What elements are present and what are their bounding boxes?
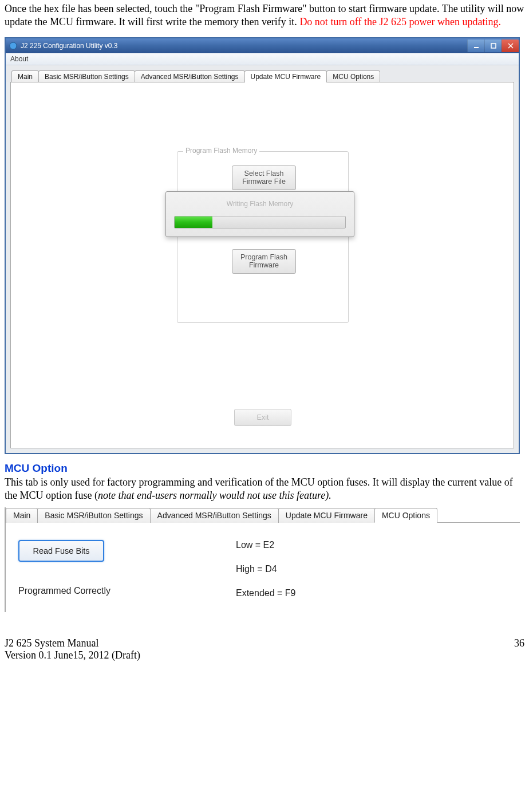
- intro-warning: Do not turn off the J2 625 power when up…: [299, 16, 501, 27]
- fuse-high: High = D4: [236, 564, 507, 574]
- footer-version: Version 0.1 June15, 2012 (Draft): [5, 649, 140, 661]
- tab-main[interactable]: Main: [11, 70, 39, 82]
- tabs-row: Main Basic MSR/iButton Settings Advanced…: [6, 65, 519, 82]
- maximize-button[interactable]: [484, 40, 502, 52]
- mcu-option-heading: MCU Option: [5, 462, 524, 475]
- intro-paragraph: Once the hex file has been selected, tou…: [5, 2, 524, 29]
- fuse-extended: Extended = F9: [236, 588, 507, 598]
- left-col: Read Fuse Bits Programmed Correctly: [18, 540, 236, 598]
- screenshot-window: J2 225 Configuration Utility v0.3 About …: [5, 37, 520, 454]
- screenshot-mcu-options: Main Basic MSR/iButton Settings Advanced…: [5, 507, 520, 612]
- footer-page-number: 36: [514, 637, 524, 661]
- menubar: About: [6, 53, 519, 65]
- tab2-main[interactable]: Main: [6, 508, 38, 523]
- maximize-icon: [491, 43, 496, 49]
- tab2-basic-msr[interactable]: Basic MSR/iButton Settings: [37, 508, 150, 523]
- svg-rect-2: [491, 44, 496, 48]
- tab2-mcu-options[interactable]: MCU Options: [374, 508, 437, 523]
- app-icon: [9, 42, 17, 50]
- exit-button[interactable]: Exit: [234, 409, 291, 426]
- mcu-option-paragraph: This tab is only used for factory progra…: [5, 476, 524, 503]
- tab-advanced-msr[interactable]: Advanced MSR/iButton Settings: [135, 70, 245, 82]
- read-fuse-bits-button[interactable]: Read Fuse Bits: [18, 540, 104, 562]
- fuse-values: Low = E2 High = D4 Extended = F9: [236, 540, 507, 598]
- tabs-row-2: Main Basic MSR/iButton Settings Advanced…: [6, 507, 520, 523]
- close-icon: [508, 43, 514, 49]
- groupbox-legend: Program Flash Memory: [183, 147, 259, 155]
- select-flash-file-button[interactable]: Select Flash Firmware File: [232, 165, 296, 190]
- mcu-options-panel: Read Fuse Bits Programmed Correctly Low …: [6, 523, 520, 612]
- footer-left: J2 625 System Manual Version 0.1 June15,…: [5, 637, 140, 661]
- progress-bar: [174, 216, 346, 228]
- groupbox-program-flash: Program Flash Memory Select Flash Firmwa…: [177, 151, 349, 323]
- window-title: J2 225 Configuration Utility v0.3: [21, 42, 117, 50]
- svg-point-0: [10, 42, 17, 49]
- window-buttons: [467, 40, 519, 52]
- footer-manual-name: J2 625 System Manual: [5, 637, 140, 649]
- titlebar[interactable]: J2 225 Configuration Utility v0.3: [6, 38, 519, 53]
- close-button[interactable]: [502, 40, 519, 52]
- tab2-advanced-msr[interactable]: Advanced MSR/iButton Settings: [150, 508, 279, 523]
- program-flash-button[interactable]: Program Flash Firmware: [232, 249, 296, 274]
- minimize-icon: [473, 43, 479, 49]
- menu-about[interactable]: About: [10, 55, 28, 63]
- progress-fill: [175, 216, 212, 228]
- dialog-title: Writing Flash Memory: [174, 200, 346, 208]
- tab-body: Program Flash Memory Select Flash Firmwa…: [10, 82, 514, 448]
- tab-mcu-options[interactable]: MCU Options: [326, 70, 380, 82]
- status-text: Programmed Correctly: [18, 586, 236, 596]
- mcu-paragraph-italic: note that end-users normally would not u…: [98, 490, 331, 501]
- minimize-button[interactable]: [467, 40, 484, 52]
- fuse-low: Low = E2: [236, 540, 507, 550]
- svg-rect-1: [474, 47, 479, 48]
- tab-update-firmware[interactable]: Update MCU Firmware: [244, 70, 327, 82]
- page-footer: J2 625 System Manual Version 0.1 June15,…: [5, 637, 524, 661]
- tab2-update-firmware[interactable]: Update MCU Firmware: [278, 508, 375, 523]
- tab-basic-msr[interactable]: Basic MSR/iButton Settings: [38, 70, 135, 82]
- progress-dialog: Writing Flash Memory: [165, 191, 354, 237]
